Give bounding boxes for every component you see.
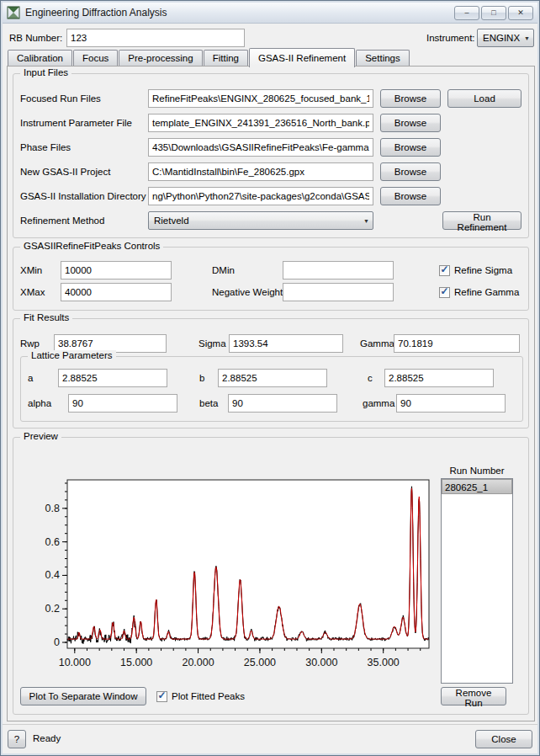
tab-label: Settings: [365, 53, 400, 63]
run-list-item[interactable]: 280625_1: [442, 479, 512, 494]
tab-settings[interactable]: Settings: [356, 50, 410, 66]
input-files-group: Input Files Focused Run Files Browse Loa…: [13, 73, 529, 238]
svg-text:0.8: 0.8: [45, 503, 60, 514]
xmin-input[interactable]: [61, 261, 172, 280]
gsas-install-dir-row: GSAS-II Installation Directory Browse: [20, 187, 523, 205]
svg-text:0: 0: [54, 636, 60, 648]
focused-run-files-input[interactable]: [148, 89, 373, 108]
lattice-alpha-input[interactable]: [68, 394, 177, 413]
svg-text:35.000: 35.000: [368, 657, 400, 668]
instrument-parameter-file-row: Instrument Parameter File Browse: [20, 114, 523, 132]
chevron-down-icon: ▼: [524, 35, 530, 41]
checkmark-icon: ✓: [440, 286, 448, 296]
run-number-list[interactable]: 280625_1: [441, 478, 513, 684]
focused-run-files-row: Focused Run Files Browse Load: [20, 89, 523, 108]
browse-phase-files-button[interactable]: Browse: [380, 138, 441, 157]
preview-plot[interactable]: 10.00015.00020.00025.00030.00035.00000.2…: [25, 471, 439, 684]
maximize-button[interactable]: □: [481, 6, 506, 20]
load-button[interactable]: Load: [447, 89, 521, 108]
window-title: Engineering Diffraction Analysis: [25, 7, 167, 19]
refine-controls-title: GSASIIRefineFitPeaks Controls: [20, 241, 163, 251]
lattice-beta-input[interactable]: [228, 394, 337, 413]
instrument-select[interactable]: ENGINX ▼: [477, 29, 534, 47]
input-files-title: Input Files: [20, 67, 71, 77]
browse-gsas-install-dir-button[interactable]: Browse: [380, 187, 441, 205]
sigma-input[interactable]: [229, 334, 343, 353]
new-gsas-project-row: New GSAS-II Project Browse: [20, 162, 523, 181]
plot-fitted-peaks-checkbox[interactable]: ✓: [156, 691, 167, 702]
refine-sigma-control[interactable]: ✓ Refine Sigma: [439, 261, 512, 280]
svg-text:10.000: 10.000: [59, 657, 91, 668]
dmin-input[interactable]: [283, 261, 394, 280]
instrument-parameter-file-label: Instrument Parameter File: [20, 114, 132, 132]
close-window-button[interactable]: ✕: [508, 6, 533, 20]
xmax-row: XMax Negative Weight ✓ Refine Gamma: [20, 283, 523, 301]
tab-label: Focus: [82, 53, 109, 63]
app-icon: [7, 6, 20, 19]
gamma-input[interactable]: [394, 334, 520, 353]
refine-gamma-control[interactable]: ✓ Refine Gamma: [439, 283, 519, 301]
instrument-parameter-file-input[interactable]: [148, 114, 373, 132]
tab-fitting[interactable]: Fitting: [204, 50, 248, 66]
lattice-beta-label: beta: [199, 394, 218, 413]
plot-fitted-peaks-label: Plot Fitted Peaks: [172, 691, 245, 701]
status-bar: ? Ready Close: [3, 724, 537, 753]
refinement-method-select[interactable]: Rietveld ▼: [148, 211, 373, 230]
tab-gsas-ii-refinement[interactable]: GSAS-II Refinement: [249, 48, 355, 67]
tab-pre-processing[interactable]: Pre-processing: [119, 50, 202, 66]
run-number-label: Run Number: [441, 461, 513, 480]
refine-sigma-checkbox[interactable]: ✓: [439, 265, 450, 276]
preview-group: Preview 10.00015.00020.00025.00030.00035…: [13, 437, 529, 715]
phase-files-input[interactable]: [148, 138, 373, 157]
refinement-method-row: Refinement Method Rietveld ▼ Run Refinem…: [20, 211, 523, 230]
fit-results-group: Fit Results Rwp Sigma Gamma Lattice Para…: [13, 318, 529, 429]
lattice-b-input[interactable]: [218, 369, 327, 387]
checkmark-icon: ✓: [157, 690, 166, 700]
lattice-a-label: a: [28, 369, 33, 387]
dmin-label: DMin: [212, 261, 235, 280]
rb-number-label: RB Number:: [9, 29, 62, 47]
new-gsas-project-input[interactable]: [148, 162, 373, 181]
lattice-a-input[interactable]: [58, 369, 167, 387]
help-button[interactable]: ?: [8, 730, 26, 748]
refine-gamma-label: Refine Gamma: [454, 287, 519, 297]
focused-run-files-label: Focused Run Files: [20, 89, 101, 108]
tab-label: Fitting: [213, 53, 239, 63]
browse-new-gsas-project-button[interactable]: Browse: [380, 162, 441, 181]
lattice-b-label: b: [199, 369, 204, 387]
browse-focused-run-files-button[interactable]: Browse: [380, 89, 441, 108]
chevron-down-icon: ▼: [363, 218, 369, 224]
lattice-row-abc: a b c: [28, 369, 517, 387]
browse-instrument-parameter-button[interactable]: Browse: [380, 114, 441, 132]
title-bar[interactable]: Engineering Diffraction Analysis – □ ✕: [3, 3, 537, 24]
rb-number-input[interactable]: [66, 29, 245, 47]
status-text: Ready: [33, 733, 61, 743]
plot-fitted-peaks-control[interactable]: ✓ Plot Fitted Peaks: [156, 687, 245, 705]
maximize-icon: □: [491, 8, 495, 17]
instrument-label: Instrument:: [426, 29, 475, 47]
refine-controls-group: GSASIIRefineFitPeaks Controls XMin DMin …: [13, 247, 529, 311]
new-gsas-project-label: New GSAS-II Project: [20, 162, 110, 181]
tab-focus[interactable]: Focus: [73, 50, 118, 66]
tab-label: Pre-processing: [128, 53, 193, 63]
minimize-icon: –: [464, 8, 469, 17]
gamma-label: Gamma: [360, 334, 394, 353]
remove-run-button[interactable]: Remove Run: [441, 687, 506, 705]
lattice-row-angles: alpha beta gamma: [28, 394, 517, 413]
run-refinement-button[interactable]: Run Refinement: [442, 211, 521, 230]
svg-text:20.000: 20.000: [182, 657, 214, 668]
plot-separate-window-button[interactable]: Plot To Separate Window: [20, 687, 146, 705]
xmax-input[interactable]: [61, 283, 172, 301]
svg-text:0.4: 0.4: [45, 569, 60, 581]
gsas-install-dir-input[interactable]: [148, 187, 373, 205]
minimize-button[interactable]: –: [454, 6, 479, 20]
refine-gamma-checkbox[interactable]: ✓: [439, 287, 450, 298]
close-button[interactable]: Close: [475, 730, 532, 748]
lattice-parameters-group: Lattice Parameters a b c alpha beta gamm…: [20, 356, 523, 422]
instrument-value: ENGINX: [483, 33, 521, 43]
lattice-c-input[interactable]: [384, 369, 494, 387]
fit-results-title: Fit Results: [20, 312, 72, 322]
lattice-gamma-input[interactable]: [396, 394, 506, 413]
tab-calibration[interactable]: Calibration: [8, 50, 72, 66]
negative-weight-input[interactable]: [283, 283, 394, 301]
